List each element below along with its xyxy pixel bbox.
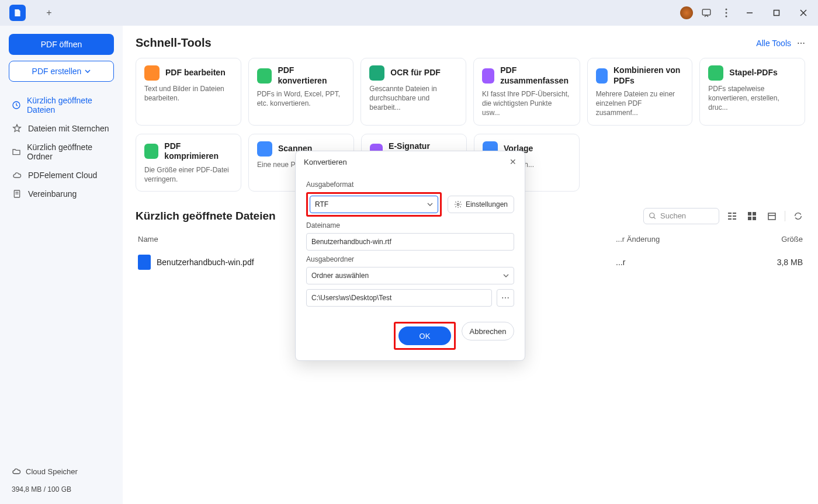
clock-icon — [12, 100, 21, 110]
svg-rect-23 — [753, 217, 756, 220]
search-placeholder: Suchen — [660, 211, 686, 220]
sidebar: PDF öffnen PDF erstellen Kürzlich geöffn… — [0, 26, 123, 504]
svg-rect-15 — [728, 215, 732, 217]
create-pdf-button[interactable]: PDF erstellen — [9, 61, 114, 82]
tool-desc: PDFs stapelweise konvertieren, erstellen… — [708, 84, 796, 113]
folder-path-input[interactable] — [306, 289, 492, 307]
gear-icon — [454, 200, 462, 208]
col-size: Größe — [733, 235, 803, 244]
star-icon — [12, 124, 22, 133]
settings-button[interactable]: Einstellungen — [448, 196, 514, 213]
folder-icon — [12, 147, 21, 157]
cancel-button[interactable]: Abbrechen — [462, 322, 514, 340]
minimize-button[interactable] — [740, 5, 760, 21]
tool-icon — [144, 65, 160, 81]
sidebar-item-cloud[interactable]: PDFelement Cloud — [6, 166, 117, 185]
svg-rect-22 — [748, 217, 751, 220]
refresh-icon[interactable] — [791, 209, 805, 223]
folder-label: Ausgabeordner — [306, 255, 514, 263]
search-icon — [649, 212, 657, 220]
folder-select[interactable]: Ordner auswählen — [306, 267, 514, 284]
file-date: ...r — [616, 258, 733, 267]
more-icon[interactable]: ⋯ — [797, 39, 805, 48]
menu-dots-icon[interactable] — [720, 6, 733, 19]
recent-files-title: Kürzlich geöffnete Dateien — [136, 210, 276, 223]
maximize-button[interactable] — [767, 5, 786, 21]
convert-dialog: Konvertieren ✕ Ausgabeformat RTF Einstel… — [295, 151, 525, 361]
tool-title: PDF zusammenfassen — [500, 65, 571, 86]
tool-icon — [596, 68, 608, 84]
search-input[interactable]: Suchen — [643, 208, 719, 224]
filename-label: Dateiname — [306, 221, 514, 230]
svg-rect-0 — [702, 9, 710, 15]
tool-card[interactable]: PDF konvertierenPDFs in Word, Excel, PPT… — [248, 58, 354, 126]
tool-title: PDF konvertieren — [278, 65, 345, 86]
highlight-ok: OK — [394, 322, 456, 350]
sidebar-item-agreement[interactable]: Vereinbarung — [6, 185, 117, 203]
sidebar-item-label: PDFelement Cloud — [28, 171, 97, 180]
tool-title: Stapel-PDFs — [729, 68, 777, 78]
close-button[interactable] — [793, 5, 813, 21]
svg-rect-18 — [733, 215, 736, 217]
open-pdf-button[interactable]: PDF öffnen — [9, 34, 114, 55]
calendar-view-icon[interactable] — [765, 209, 779, 223]
divider — [785, 211, 785, 221]
svg-point-1 — [726, 9, 727, 11]
sidebar-item-recent-folders[interactable]: Kürzlich geöffnete Ordner — [6, 138, 117, 166]
tool-card[interactable]: PDF bearbeitenText und Bilder in Dateien… — [136, 58, 241, 126]
cloud-icon — [12, 467, 21, 476]
sidebar-item-recent-files[interactable]: Kürzlich geöffnete Dateien — [6, 91, 117, 119]
tool-desc: PDFs in Word, Excel, PPT, etc. konvertie… — [257, 89, 345, 108]
tool-title: PDF komprimieren — [164, 141, 233, 162]
chevron-down-icon — [427, 203, 433, 206]
file-name: Benutzerhandbuch-win.pdf — [157, 258, 254, 267]
dialog-close-button[interactable]: ✕ — [509, 157, 517, 166]
titlebar: + — [0, 0, 818, 26]
filename-input[interactable] — [306, 233, 514, 251]
settings-label: Einstellungen — [466, 200, 508, 208]
tool-title: Kombinieren von PDFs — [614, 65, 684, 86]
feedback-icon[interactable] — [700, 6, 713, 19]
col-date: ...r Änderung — [616, 235, 733, 244]
browse-button[interactable]: ⋯ — [497, 289, 514, 307]
app-icon — [9, 5, 26, 21]
svg-point-2 — [726, 12, 727, 14]
quick-tools-title: Schnell-Tools — [136, 36, 212, 50]
svg-rect-16 — [728, 218, 732, 220]
tool-icon — [482, 68, 494, 84]
sidebar-item-starred[interactable]: Dateien mit Sternchen — [6, 119, 117, 138]
output-format-select[interactable]: RTF — [310, 196, 438, 213]
tool-card[interactable]: Stapel-PDFsPDFs stapelweise konvertieren… — [699, 58, 805, 126]
tool-card[interactable]: OCR für PDFGescannte Dateien in durchsuc… — [361, 58, 466, 126]
file-size: 3,8 MB — [733, 258, 803, 267]
folder-select-value: Ordner auswählen — [311, 272, 369, 280]
tool-icon — [257, 68, 272, 84]
sidebar-item-label: Vereinbarung — [28, 189, 77, 199]
cloud-storage-row[interactable]: Cloud Speicher — [6, 463, 117, 479]
output-format-value: RTF — [315, 200, 328, 208]
all-tools-link[interactable]: Alle Tools — [756, 39, 791, 48]
user-avatar[interactable] — [680, 6, 693, 19]
sidebar-item-label: Kürzlich geöffnete Ordner — [27, 142, 111, 161]
ok-button[interactable]: OK — [398, 326, 451, 345]
grid-view-icon[interactable] — [745, 209, 759, 223]
svg-point-3 — [726, 16, 727, 18]
tool-title: PDF bearbeiten — [165, 68, 226, 78]
tool-card[interactable]: PDF komprimierenDie Größe einer PDF-Date… — [136, 134, 241, 192]
cloud-icon — [12, 171, 22, 180]
document-icon — [12, 189, 22, 199]
list-view-icon[interactable] — [725, 209, 739, 223]
new-tab-button[interactable]: + — [42, 6, 56, 20]
svg-point-26 — [457, 203, 459, 206]
tool-card[interactable]: Kombinieren von PDFsMehrere Dateien zu e… — [587, 58, 693, 126]
create-pdf-label: PDF erstellen — [32, 67, 82, 76]
svg-rect-19 — [733, 218, 736, 220]
tool-card[interactable]: PDF zusammenfassenKI fasst Ihre PDF-Über… — [473, 58, 580, 126]
tool-icon — [257, 141, 272, 157]
svg-rect-14 — [728, 213, 732, 214]
cloud-storage-label: Cloud Speicher — [26, 467, 78, 476]
tool-desc: Gescannte Dateien in durchsuchbare und b… — [369, 84, 457, 113]
svg-rect-21 — [753, 212, 756, 215]
svg-rect-17 — [733, 213, 736, 214]
tool-icon — [369, 65, 384, 81]
